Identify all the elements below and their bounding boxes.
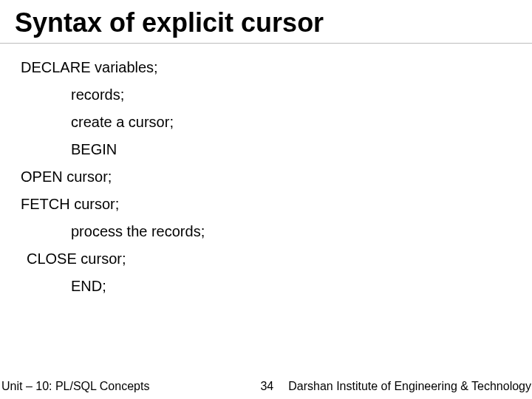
code-line: END; (21, 273, 532, 300)
code-line: process the records; (21, 218, 532, 245)
code-line: DECLARE variables; (21, 54, 532, 81)
code-line: BEGIN (21, 136, 532, 163)
code-line: FETCH cursor; (21, 191, 532, 218)
slide-body: DECLARE variables; records; create a cur… (0, 44, 532, 300)
footer-unit: Unit – 10: PL/SQL Concepts (1, 380, 149, 393)
footer-org: Darshan Institute of Engineering & Techn… (288, 380, 531, 393)
slide-footer: Unit – 10: PL/SQL Concepts 34 Darshan In… (0, 380, 532, 393)
slide-title: Syntax of explicit cursor (0, 0, 532, 44)
footer-page-number: 34 (260, 380, 273, 393)
code-line: records; (21, 81, 532, 109)
code-line: CLOSE cursor; (21, 245, 532, 273)
code-line: OPEN cursor; (21, 163, 532, 191)
code-line: create a cursor; (21, 109, 532, 136)
slide: Syntax of explicit cursor DECLARE variab… (0, 0, 532, 399)
